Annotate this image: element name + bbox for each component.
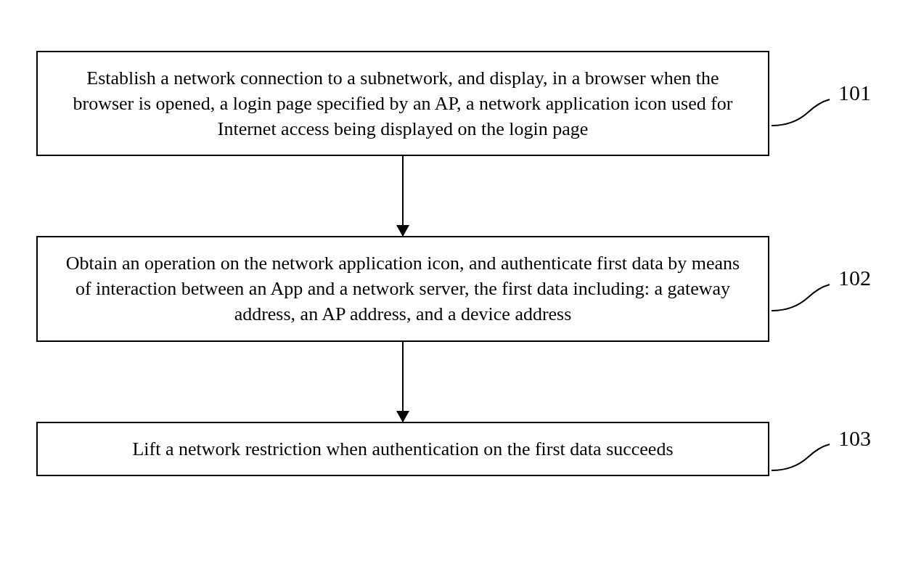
arrow-102-to-103 [36, 342, 769, 422]
step-102-text: Obtain an operation on the network appli… [60, 250, 746, 327]
arrow-101-to-102 [36, 156, 769, 236]
step-102-box: Obtain an operation on the network appli… [36, 236, 769, 341]
step-102-label: 102 [838, 264, 871, 293]
step-101-text: Establish a network connection to a subn… [60, 65, 746, 142]
step-103-callout: 103 [772, 427, 862, 470]
step-103-label: 103 [838, 424, 871, 454]
arrow-down-icon [402, 156, 404, 236]
step-103-box: Lift a network restriction when authenti… [36, 422, 769, 476]
callout-line-icon [772, 444, 830, 470]
arrow-down-icon [402, 342, 404, 422]
step-101-label: 101 [838, 78, 871, 108]
step-101-callout: 101 [772, 82, 862, 126]
step-103-text: Lift a network restriction when authenti… [132, 436, 673, 462]
step-101-box: Establish a network connection to a subn… [36, 51, 769, 156]
step-102-callout: 102 [772, 267, 862, 311]
callout-line-icon [772, 285, 830, 311]
flowchart: Establish a network connection to a subn… [36, 51, 864, 476]
callout-line-icon [772, 99, 830, 126]
